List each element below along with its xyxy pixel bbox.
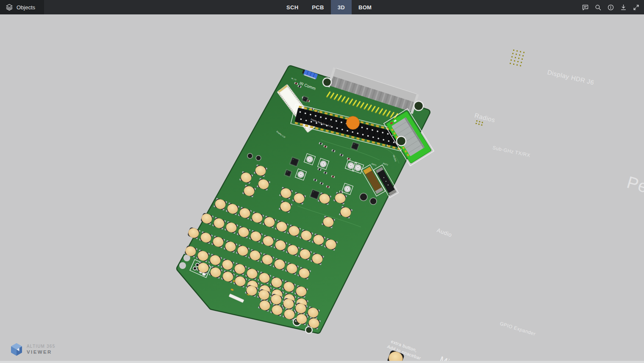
mounting-hole [305,327,312,333]
mounting-hole [397,136,406,146]
ghost-label: GPIO Expander [499,321,536,336]
ghost-label: Sub-GHz TX/RX [492,145,531,158]
mounting-hole [414,101,423,111]
3d-viewport[interactable]: IR CommIR_TXDisplay flash (pins 4-7)Disp… [0,14,644,363]
top-toolbar: Objects SCHPCB3DBOM [0,0,644,14]
altium-viewer-watermark: ALTIUM 365 VIEWER [10,343,55,356]
tab-sch[interactable]: SCH [280,0,305,14]
tab-bom[interactable]: BOM [352,0,378,14]
board-edge-notch [179,262,186,269]
download-icon[interactable] [620,4,627,11]
tab-pcb[interactable]: PCB [305,0,330,14]
board-hole [247,153,253,158]
bottom-strip [0,361,644,363]
search-icon[interactable] [594,4,602,11]
board-hole [256,155,261,161]
toolbar-actions [582,0,640,14]
orange-marker-dot [347,116,360,130]
pad-dot-grid [476,120,483,126]
layers-icon [6,3,13,11]
logo-line1: ALTIUM 365 [27,344,55,349]
ghost-label: Radios [474,111,496,124]
ghost-label: Display HDR J6 [547,68,595,86]
view-tabs: SCHPCB3DBOM [280,0,378,14]
info-icon[interactable] [607,4,614,11]
objects-label: Objects [17,4,35,11]
board-hole [370,198,377,205]
pad-dot-grid [510,50,525,67]
fullscreen-icon[interactable] [633,4,640,11]
altium-logo-icon [10,343,23,356]
board-hole [360,193,367,201]
mounting-hole [323,78,331,86]
logo-line2: VIEWER [27,349,55,355]
ghost-label: Audio [436,227,453,238]
pcb-3d-scene: IR CommIR_TXDisplay flash (pins 4-7)Disp… [0,14,644,363]
ghost-label: Pe [625,172,644,196]
tab-3d[interactable]: 3D [331,0,352,14]
comment-icon[interactable] [582,4,589,11]
objects-panel-button[interactable]: Objects [0,0,44,14]
